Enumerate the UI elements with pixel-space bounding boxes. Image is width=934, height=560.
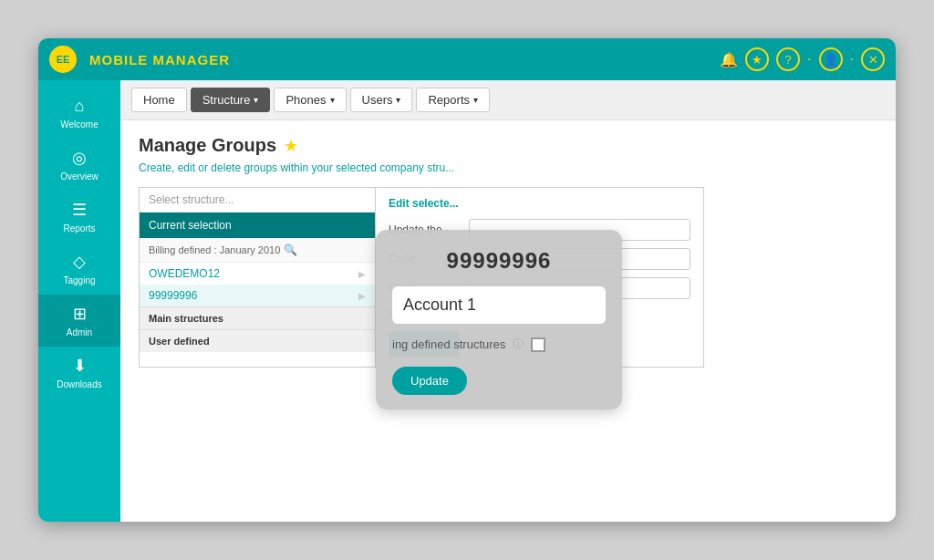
sidebar-item-tagging[interactable]: ◇ Tagging <box>38 243 120 295</box>
sidebar: ⌂ Welcome ◎ Overview ☰ Reports ◇ Tagging… <box>38 80 120 522</box>
owedemo12-label: OWEDEMO12 <box>149 267 220 280</box>
page-heading: Manage Groups ★ <box>139 135 877 156</box>
app-title: MOBILE MANAGER <box>89 52 720 67</box>
star-icon[interactable]: ★ <box>745 47 769 71</box>
tab-home[interactable]: Home <box>131 88 187 112</box>
tree-item-99999996[interactable]: 99999996 ▶ <box>140 285 375 306</box>
top-bar: EE MOBILE MANAGER 🔔 ★ ? · 👤 · ✕ <box>38 38 896 80</box>
question-icon[interactable]: ? <box>776 47 800 71</box>
sidebar-label-downloads: Downloads <box>57 379 101 389</box>
select-structure-input[interactable]: Select structure... <box>140 188 375 213</box>
tab-users[interactable]: Users ▾ <box>350 88 413 112</box>
tagging-icon: ◇ <box>73 252 86 272</box>
reports-icon: ☰ <box>72 200 87 220</box>
close-icon[interactable]: ✕ <box>861 47 885 71</box>
overlay-defined-text: ing defined structures <box>392 337 505 351</box>
section-user-defined: User defined <box>140 329 375 352</box>
edit-panel-title: Edit selecte... <box>389 197 690 210</box>
owedemo12-chevron: ▶ <box>358 269 366 279</box>
overlay-info-icon: ⓘ <box>513 337 524 352</box>
billing-label: Billing defined : January 2010 🔍 <box>140 238 375 263</box>
page-subtitle: Create, edit or delete groups within you… <box>139 161 877 174</box>
section-main-structures: Main structures <box>140 306 375 329</box>
sidebar-item-admin[interactable]: ⊞ Admin <box>38 295 120 347</box>
overlay-popup: 99999996 ing defined structures ⓘ Update <box>376 230 622 410</box>
overlay-account-input[interactable] <box>392 286 606 324</box>
sidebar-item-reports[interactable]: ☰ Reports <box>38 191 120 243</box>
top-icons: 🔔 ★ ? · 👤 · ✕ <box>720 47 885 71</box>
sidebar-label-welcome: Welcome <box>60 119 99 130</box>
left-panel: Select structure... Current selection Bi… <box>139 187 376 368</box>
sidebar-label-admin: Admin <box>67 327 92 337</box>
main-area: ⌂ Welcome ◎ Overview ☰ Reports ◇ Tagging… <box>38 80 896 522</box>
bell-icon[interactable]: 🔔 <box>720 51 738 68</box>
browser-frame: EE MOBILE MANAGER 🔔 ★ ? · 👤 · ✕ ⌂ Welcom… <box>38 38 896 522</box>
sidebar-label-overview: Overview <box>60 171 99 181</box>
structure-dropdown-arrow: ▾ <box>254 95 258 105</box>
sidebar-item-overview[interactable]: ◎ Overview <box>38 139 120 191</box>
inner-content: Manage Groups ★ Create, edit or delete g… <box>120 120 896 522</box>
tree-item-owedemo12[interactable]: OWEDEMO12 ▶ <box>140 263 375 285</box>
overlay-checkbox-row: ing defined structures ⓘ <box>392 337 606 352</box>
99999996-chevron: ▶ <box>358 291 366 301</box>
page-title: Manage Groups <box>139 135 276 156</box>
page-content: Home Structure ▾ Phones ▾ Users ▾ Report… <box>120 80 896 522</box>
overlay-number: 99999996 <box>392 248 606 274</box>
admin-icon: ⊞ <box>73 304 87 324</box>
downloads-icon: ⬇ <box>73 356 87 376</box>
home-icon: ⌂ <box>75 97 85 116</box>
current-selection-item[interactable]: Current selection <box>140 213 375 238</box>
tab-phones[interactable]: Phones ▾ <box>274 88 346 112</box>
99999996-label: 99999996 <box>149 289 197 302</box>
sidebar-label-reports: Reports <box>63 223 95 233</box>
reports-dropdown-arrow: ▾ <box>473 95 478 105</box>
billing-search-icon[interactable]: 🔍 <box>284 244 297 256</box>
favorite-star-icon[interactable]: ★ <box>284 136 298 156</box>
sidebar-item-downloads[interactable]: ⬇ Downloads <box>38 347 120 399</box>
sidebar-label-tagging: Tagging <box>63 275 95 285</box>
nav-tabs: Home Structure ▾ Phones ▾ Users ▾ Report… <box>120 80 896 120</box>
user-icon[interactable]: 👤 <box>819 47 843 71</box>
overlay-update-button[interactable]: Update <box>392 367 467 395</box>
users-dropdown-arrow: ▾ <box>396 95 400 105</box>
overlay-checkbox[interactable] <box>531 337 545 352</box>
ee-logo: EE <box>49 46 77 73</box>
sidebar-item-welcome[interactable]: ⌂ Welcome <box>38 88 120 139</box>
overview-icon: ◎ <box>72 148 87 168</box>
tab-reports[interactable]: Reports ▾ <box>416 88 490 112</box>
tab-structure[interactable]: Structure ▾ <box>191 88 271 112</box>
phones-dropdown-arrow: ▾ <box>330 95 335 105</box>
